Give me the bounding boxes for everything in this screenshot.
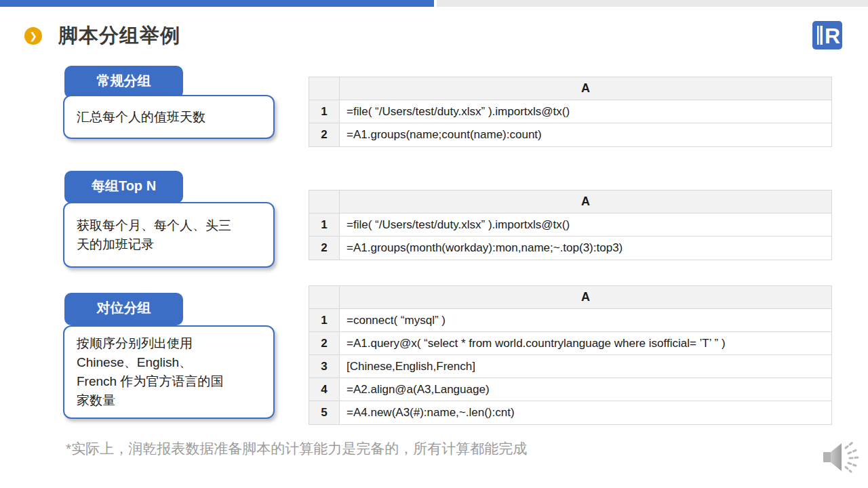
- code-cell: =A2.align@a(A3,Language): [340, 378, 831, 401]
- corner-cell: [309, 286, 340, 308]
- column-header: A: [340, 77, 831, 100]
- code-cell: =A4.new(A3(#):name,~.len():cnt): [340, 401, 831, 424]
- column-header: A: [340, 286, 831, 308]
- row-number: 1: [309, 309, 340, 331]
- code-cell: =A1.groups(name;count(name):count): [340, 123, 831, 146]
- code-cell: [Chinese,English,French]: [340, 355, 831, 378]
- top-bar-blue: [0, 0, 434, 7]
- code-cell: =connect( “mysql” ): [340, 309, 831, 331]
- table-header-row: A: [309, 286, 831, 309]
- top-bar-gray: [437, 0, 868, 7]
- table-row: 2 =A1.query@x( “select * from world.coun…: [309, 332, 831, 355]
- row-number: 3: [309, 355, 340, 378]
- callout-tab: 常规分组: [64, 66, 183, 98]
- table-row: 2 =A1.groups(month(workday):mon,name;~.t…: [309, 237, 831, 260]
- row-number: 4: [309, 378, 340, 401]
- callout-tab: 对位分组: [64, 293, 183, 325]
- title-row: ❯ 脚本分组举例: [24, 22, 180, 49]
- callout-description: 按顺序分别列出使用 Chinese、English、 French 作为官方语言…: [63, 325, 275, 419]
- callout-description: 汇总每个人的值班天数: [63, 95, 275, 139]
- callout-tab: 每组Top N: [64, 171, 183, 203]
- table-row: 3 [Chinese,English,French]: [309, 355, 831, 378]
- table-row: 4 =A2.align@a(A3,Language): [309, 378, 831, 401]
- svg-text:R: R: [825, 24, 840, 48]
- speaker-audio-icon[interactable]: [819, 439, 861, 476]
- row-number: 1: [309, 100, 340, 123]
- code-cell: =file( “/Users/test/duty.xlsx” ).importx…: [340, 214, 831, 236]
- table-header-row: A: [309, 190, 831, 214]
- table-row: 2 =A1.groups(name;count(name):count): [309, 123, 831, 146]
- code-cell: =file( “/Users/test/duty.xlsx” ).importx…: [340, 100, 831, 123]
- table-row: 1 =file( “/Users/test/duty.xlsx” ).impor…: [309, 100, 831, 123]
- row-number: 5: [309, 401, 340, 424]
- corner-cell: [309, 77, 340, 100]
- slide: ❯ 脚本分组举例 R 常规分组 汇总每个人的值班天数 A 1 =file( “/…: [0, 0, 868, 488]
- callout-description: 获取每个月、每个人、头三 天的加班记录: [63, 202, 275, 268]
- table-row: 1 =connect( “mysql” ): [309, 309, 831, 332]
- runqian-logo-icon: R: [812, 21, 842, 49]
- page-title: 脚本分组举例: [58, 22, 180, 49]
- spl-table-regular-grouping: A 1 =file( “/Users/test/duty.xlsx” ).imp…: [309, 77, 832, 147]
- chevron-bullet-icon: ❯: [24, 27, 42, 45]
- table-row: 1 =file( “/Users/test/duty.xlsx” ).impor…: [309, 214, 831, 237]
- footnote: *实际上，润乾报表数据准备脚本的计算能力是完备的，所有计算都能完成: [66, 439, 527, 458]
- spl-table-alignment: A 1 =connect( “mysql” ) 2 =A1.query@x( “…: [309, 285, 832, 425]
- table-header-row: A: [309, 77, 831, 100]
- spl-table-top-n: A 1 =file( “/Users/test/duty.xlsx” ).imp…: [309, 190, 832, 260]
- code-cell: =A1.groups(month(workday):mon,name;~.top…: [340, 237, 831, 260]
- row-number: 1: [309, 214, 340, 236]
- code-cell: =A1.query@x( “select * from world.countr…: [340, 332, 831, 354]
- corner-cell: [309, 190, 340, 213]
- row-number: 2: [309, 332, 340, 354]
- row-number: 2: [309, 237, 340, 260]
- table-row: 5 =A4.new(A3(#):name,~.len():cnt): [309, 401, 831, 424]
- column-header: A: [340, 190, 831, 213]
- row-number: 2: [309, 123, 340, 146]
